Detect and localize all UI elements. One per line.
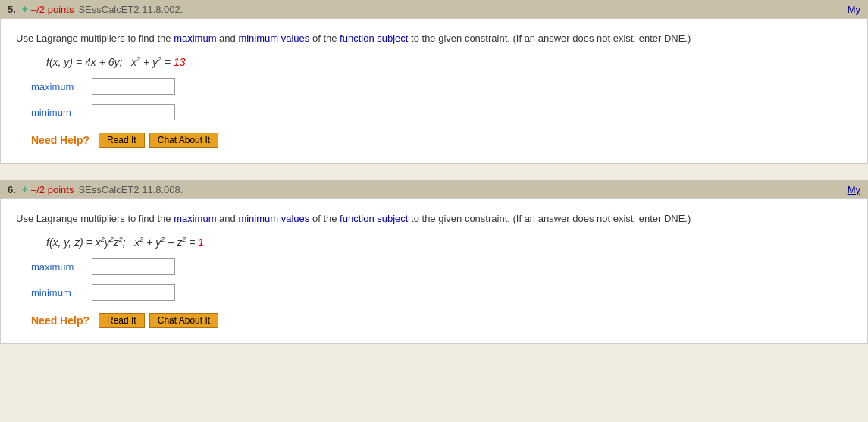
question-6: 6. + –/2 points SEssCalcET2 11.8.008. My…: [0, 180, 868, 344]
question-6-header: 6. + –/2 points SEssCalcET2 11.8.008. My: [0, 180, 868, 198]
q5-minimum-row: minimum: [31, 104, 852, 120]
question-6-my-link[interactable]: My: [848, 184, 860, 195]
q6-minimum-label: minimum: [31, 287, 92, 299]
q5-maximum-word: maximum: [174, 33, 216, 44]
q5-subject-word: subject: [377, 33, 408, 44]
q6-minimum-row: minimum: [31, 284, 852, 301]
q5-constraint-value: 13: [174, 55, 186, 67]
q5-vars: x: [53, 55, 58, 67]
q6-need-help-row: Need Help? Read It Chat About It: [31, 313, 852, 328]
question-5-body: Use Lagrange multipliers to find the max…: [0, 18, 868, 164]
q6-maximum-label: maximum: [31, 261, 92, 273]
q5-maximum-input[interactable]: [92, 78, 175, 95]
q5-maximum-row: maximum: [31, 78, 852, 95]
q6-constraint-value: 1: [198, 236, 204, 248]
question-5-header: 5. + –/2 points SEssCalcET2 11.8.002. My: [0, 0, 868, 18]
q6-need-help-label: Need Help?: [31, 314, 89, 327]
q6-minimum-input[interactable]: [92, 284, 175, 301]
question-5-number: 5.: [8, 4, 16, 15]
q6-maximum-row: maximum: [31, 258, 852, 275]
q6-read-it-button[interactable]: Read It: [99, 313, 145, 328]
question-5-formula: f(x, y) = 4x + 6y; x2 + y2 = 13: [46, 55, 852, 68]
q5-maximum-label: maximum: [31, 81, 92, 92]
q6-formula-lhs: f: [46, 236, 49, 248]
question-6-points: –/2 points: [31, 184, 74, 195]
question-5-problem-text: Use Lagrange multipliers to find the max…: [16, 31, 852, 46]
q6-subject-word: subject: [377, 213, 408, 224]
q5-minimum-input[interactable]: [92, 104, 175, 120]
question-5-id: SEssCalcET2 11.8.002.: [78, 4, 183, 15]
question-6-body: Use Lagrange multipliers to find the max…: [0, 198, 868, 344]
q5-read-it-button[interactable]: Read It: [99, 133, 145, 148]
q6-maximum-word: maximum: [174, 213, 216, 224]
q6-values-word: values: [281, 213, 310, 224]
question-6-problem-text: Use Lagrange multipliers to find the max…: [16, 211, 852, 227]
spacer-between: [0, 173, 868, 180]
plus-icon-6: +: [22, 183, 28, 195]
q6-maximum-input[interactable]: [92, 258, 175, 275]
q5-formula-lhs: f: [46, 55, 49, 67]
question-5: 5. + –/2 points SEssCalcET2 11.8.002. My…: [0, 0, 868, 164]
q5-minimum-word: minimum: [238, 33, 278, 44]
q5-minimum-label: minimum: [31, 107, 92, 118]
q6-chat-about-it-button[interactable]: Chat About It: [149, 313, 218, 328]
q5-chat-about-it-button[interactable]: Chat About It: [149, 133, 218, 148]
question-5-my-link[interactable]: My: [848, 4, 860, 15]
q6-minimum-word: minimum: [238, 213, 278, 224]
question-6-number: 6.: [8, 184, 16, 195]
q5-need-help-label: Need Help?: [31, 134, 89, 146]
question-6-id: SEssCalcET2 11.8.008.: [78, 184, 183, 195]
question-6-formula: f(x, y, z) = x2y2z2; x2 + y2 + z2 = 1: [46, 236, 852, 249]
q5-values-word: values: [281, 33, 310, 44]
q5-function-word: function: [340, 33, 374, 44]
plus-icon-5: +: [22, 3, 28, 15]
question-5-points: –/2 points: [31, 4, 74, 15]
q5-need-help-row: Need Help? Read It Chat About It: [31, 133, 852, 148]
q6-function-word: function: [340, 213, 374, 224]
